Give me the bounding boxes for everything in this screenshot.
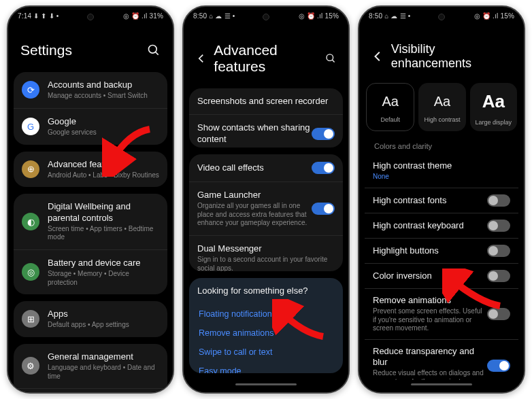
phone-settings: 7:14 ⬇ ⬆ ⬇ • ◎ ⏰ .ıl 31% Settings ⟳ Acco… (7, 5, 174, 394)
aa-sample: Aa (482, 91, 505, 112)
row-sub: Storage • Memory • Device protection (48, 270, 159, 287)
page-title: Advanced features (214, 42, 311, 75)
toggle[interactable] (487, 220, 510, 232)
svg-line-1 (156, 52, 159, 55)
display-mode-option[interactable]: AaLarge display (470, 83, 517, 131)
row-icon: ⟳ (22, 81, 39, 99)
toggle[interactable] (312, 128, 335, 140)
row-sub: Prevent some screen effects. Useful if y… (373, 307, 487, 333)
settings-row[interactable]: G Google Google services (14, 108, 167, 145)
status-left: 7:14 ⬇ ⬆ ⬇ • (18, 12, 59, 20)
phone-advanced-features: 8:50 ⌂ ☁ ☰ • ◎ ⏰ .ıl 15% Advanced featur… (182, 5, 350, 394)
row-title: Highlight buttons (373, 245, 487, 256)
row-icon: ◎ (22, 263, 39, 281)
row-sub: Manage accounts • Smart Switch (48, 92, 159, 101)
toggle[interactable] (312, 162, 335, 174)
page-title: Visibility enhancements (391, 42, 512, 71)
nav-handle[interactable] (235, 383, 297, 385)
settings-row[interactable]: ⊞ Apps Default apps • App settings (14, 301, 167, 337)
settings-row[interactable]: Dual MessengerSign in to a second accoun… (189, 235, 343, 271)
settings-row[interactable]: ⚙ General management Language and keyboa… (14, 344, 167, 388)
suggestion-link[interactable]: Easy mode (189, 362, 343, 374)
settings-row[interactable]: ◐ Digital Wellbeing and parental control… (14, 194, 167, 249)
toggle[interactable] (487, 245, 510, 257)
looking-for-label: Looking for something else? (197, 285, 335, 296)
row-sub: Sign in to a second account in your favo… (197, 256, 335, 271)
search-icon[interactable] (325, 52, 336, 65)
row-sub: Organize all your games all in one place… (197, 202, 312, 228)
suggestion-link[interactable]: Floating notifications (189, 305, 343, 324)
settings-row[interactable]: Reduce transparency and blurReduce visua… (365, 339, 518, 381)
camera-notch (87, 14, 94, 20)
settings-row[interactable]: Video call effects (189, 154, 343, 181)
option-label: High contrast (424, 116, 460, 123)
aa-sample: Aa (434, 94, 450, 109)
row-title: Show contacts when sharing content (197, 122, 312, 145)
toggle[interactable] (312, 203, 335, 215)
camera-notch (263, 14, 269, 20)
row-title: Advanced features (48, 159, 159, 170)
row-title: Google (48, 116, 159, 127)
row-sub: Reduce visual effects on dialogs and men… (373, 369, 487, 380)
row-title: Digital Wellbeing and parental controls (48, 201, 159, 224)
status-right: ◎ ⏰ .ıl 15% (474, 12, 514, 20)
aa-sample: Aa (382, 94, 398, 109)
row-title: Apps (48, 309, 159, 319)
back-icon[interactable] (371, 50, 384, 63)
suggestion-link[interactable]: Remove animations (189, 324, 343, 343)
settings-row[interactable]: High contrast keyboard (365, 213, 518, 238)
back-icon[interactable] (196, 52, 207, 65)
row-title: Screenshots and screen recorder (197, 96, 335, 107)
row-sub: None (373, 173, 510, 181)
row-title: Game Launcher (197, 190, 312, 201)
camera-notch (438, 14, 445, 20)
row-title: Color inversion (373, 271, 487, 281)
row-title: High contrast fonts (373, 195, 487, 206)
status-left: 8:50 ⌂ ☁ ☰ • (369, 12, 411, 20)
nav-handle[interactable] (411, 383, 472, 385)
row-icon: ◐ (22, 213, 39, 230)
row-sub: Google services (48, 128, 159, 137)
toggle[interactable] (487, 308, 510, 320)
row-sub: Android Auto • Labs • Bixby Routines (48, 171, 159, 180)
settings-row[interactable]: ◎ Battery and device care Storage • Memo… (14, 249, 167, 294)
status-right: ◎ ⏰ .ıl 31% (123, 12, 163, 20)
svg-line-3 (332, 60, 334, 62)
row-title: Remove animations (373, 295, 487, 306)
settings-row[interactable]: ◉ Accessibility TalkBack • Mono audio • … (14, 388, 167, 392)
search-icon[interactable] (147, 44, 161, 57)
row-title: Reduce transparency and blur (373, 346, 487, 368)
toggle[interactable] (487, 360, 510, 372)
row-sub: Default apps • App settings (48, 321, 159, 330)
row-icon: ⊕ (22, 160, 39, 178)
row-title: Accounts and backup (48, 80, 159, 90)
row-title: Dual Messenger (197, 243, 335, 254)
toggle[interactable] (487, 194, 510, 207)
settings-row[interactable]: Color inversion (365, 263, 518, 288)
row-title: High contrast keyboard (373, 220, 487, 231)
display-mode-option[interactable]: AaHigh contrast (418, 83, 465, 131)
suggestion-link[interactable]: Swipe to call or text (189, 343, 343, 362)
status-left: 8:50 ⌂ ☁ ☰ • (193, 12, 235, 20)
settings-row[interactable]: High contrast themeNone (365, 154, 518, 188)
svg-point-2 (327, 54, 333, 61)
settings-row[interactable]: Remove animationsPrevent some screen eff… (365, 288, 518, 339)
settings-row[interactable]: Screenshots and screen recorder (189, 88, 343, 114)
svg-point-0 (149, 46, 157, 54)
toggle[interactable] (487, 270, 510, 282)
row-icon: ⚙ (22, 357, 39, 375)
option-label: Large display (476, 119, 512, 126)
phone-visibility: 8:50 ⌂ ☁ ☰ • ◎ ⏰ .ıl 15% Visibility enha… (358, 5, 525, 394)
settings-row[interactable]: ⊕ Advanced features Android Auto • Labs … (14, 152, 167, 188)
row-title: High contrast theme (373, 160, 510, 171)
settings-row[interactable]: ⟳ Accounts and backup Manage accounts • … (14, 72, 167, 108)
row-icon: G (22, 118, 39, 135)
settings-row[interactable]: High contrast fonts (365, 188, 518, 213)
row-title: Video call effects (197, 162, 312, 173)
option-label: Default (380, 116, 400, 123)
page-title: Settings (20, 42, 72, 58)
settings-row[interactable]: Highlight buttons (365, 238, 518, 263)
settings-row[interactable]: Show contacts when sharing content (189, 114, 343, 148)
settings-row[interactable]: Game LauncherOrganize all your games all… (189, 181, 343, 235)
display-mode-option[interactable]: AaDefault (366, 83, 414, 131)
